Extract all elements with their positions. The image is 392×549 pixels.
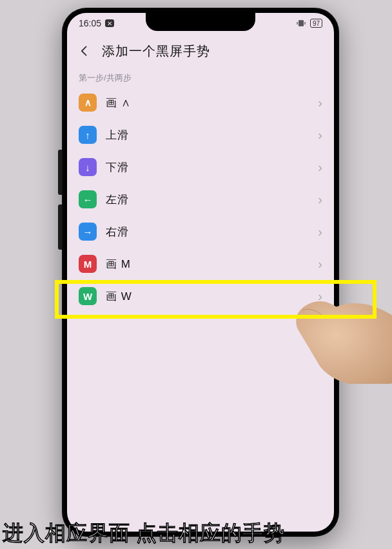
step-label: 第一步/共两步	[67, 68, 334, 86]
gesture-label: 下滑	[106, 160, 318, 175]
letter-w-icon: W	[79, 287, 97, 305]
battery-icon: 97	[310, 19, 322, 28]
caret-icon: ∧	[79, 94, 97, 112]
gesture-row-draw-m[interactable]: M画 M›	[67, 248, 334, 280]
notch	[146, 13, 255, 31]
gesture-row-swipe-left[interactable]: ←左滑›	[67, 183, 334, 215]
gesture-list: ∧画 ∧›↑上滑›↓下滑›←左滑›→右滑›M画 M›W画 W›	[67, 86, 334, 312]
chevron-right-icon: ›	[318, 257, 322, 272]
gesture-label: 左滑	[106, 192, 318, 207]
volume-up-hw	[58, 150, 62, 195]
chevron-right-icon: ›	[318, 160, 322, 175]
video-caption: 进入相应界面 点击相应的手势	[0, 519, 392, 549]
gesture-label: 画 W	[106, 289, 318, 304]
chevron-right-icon: ›	[318, 225, 322, 239]
chevron-left-icon	[78, 45, 91, 57]
arrow-left-icon: ←	[79, 190, 97, 208]
arrow-up-icon: ↑	[79, 126, 97, 144]
gesture-row-swipe-up[interactable]: ↑上滑›	[67, 119, 334, 151]
gesture-label: 画 M	[106, 257, 318, 272]
battery-text: 97	[313, 20, 320, 27]
gesture-row-draw-w[interactable]: W画 W›	[67, 280, 334, 312]
letter-m-icon: M	[79, 255, 97, 273]
page-title: 添加一个黑屏手势	[102, 43, 210, 60]
chevron-right-icon: ›	[318, 95, 322, 110]
volume-down-hw	[58, 205, 62, 250]
phone-frame: 16:05 ✕ 97 添加一个黑屏手势 第一步/共两步 ∧画 ∧›↑上滑›↓下	[62, 8, 339, 537]
dnd-icon: ✕	[105, 19, 114, 27]
arrow-down-icon: ↓	[79, 158, 97, 176]
gesture-row-swipe-down[interactable]: ↓下滑›	[67, 151, 334, 183]
chevron-right-icon: ›	[318, 289, 322, 304]
back-button[interactable]	[74, 40, 95, 62]
gesture-label: 右滑	[106, 225, 318, 239]
arrow-right-icon: →	[79, 223, 97, 241]
vibrate-icon	[296, 18, 306, 28]
status-time: 16:05	[79, 18, 101, 28]
gesture-row-swipe-right[interactable]: →右滑›	[67, 215, 334, 248]
gesture-label: 画 ∧	[106, 95, 318, 110]
chevron-right-icon: ›	[318, 128, 322, 143]
gesture-label: 上滑	[106, 128, 318, 143]
chevron-right-icon: ›	[318, 192, 322, 207]
screen: 16:05 ✕ 97 添加一个黑屏手势 第一步/共两步 ∧画 ∧›↑上滑›↓下	[67, 13, 334, 532]
gesture-row-draw-caret[interactable]: ∧画 ∧›	[67, 86, 334, 119]
app-header: 添加一个黑屏手势	[67, 34, 334, 68]
